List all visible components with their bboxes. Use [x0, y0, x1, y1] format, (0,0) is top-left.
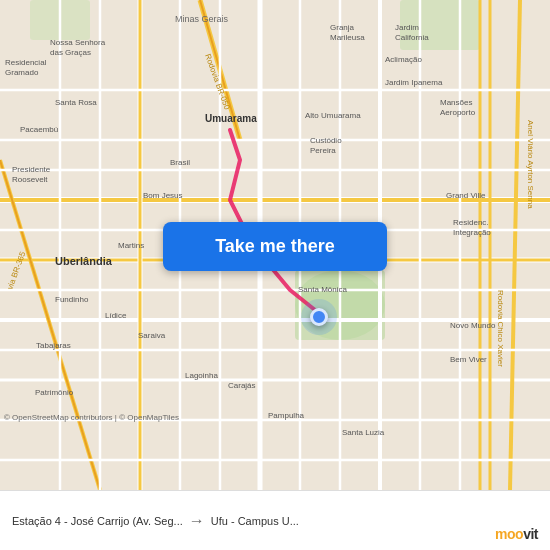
svg-text:Anel Viário Ayrton Senna: Anel Viário Ayrton Senna [526, 120, 535, 209]
svg-text:das Graças: das Graças [50, 48, 91, 57]
to-station: Ufu - Campus U... [211, 515, 299, 527]
svg-text:Patrimônio: Patrimônio [35, 388, 74, 397]
svg-text:Bem Viver: Bem Viver [450, 355, 487, 364]
svg-text:Integração: Integração [453, 228, 491, 237]
svg-text:Brasil: Brasil [170, 158, 190, 167]
bottom-bar: Estação 4 - José Carrijo (Av. Seg... → U… [0, 490, 550, 550]
svg-text:Aclimação: Aclimação [385, 55, 422, 64]
svg-text:Aeroporto: Aeroporto [440, 108, 476, 117]
svg-text:Saraiva: Saraiva [138, 331, 166, 340]
map-attribution: © OpenStreetMap contributors | © OpenMap… [4, 413, 179, 422]
svg-text:Pereira: Pereira [310, 146, 336, 155]
svg-text:Granja: Granja [330, 23, 355, 32]
svg-text:Fundinho: Fundinho [55, 295, 89, 304]
svg-text:Rodovia Chico Xavier: Rodovia Chico Xavier [496, 290, 505, 367]
svg-text:Carajás: Carajás [228, 381, 256, 390]
svg-text:Gramado: Gramado [5, 68, 39, 77]
route-info[interactable]: Estação 4 - José Carrijo (Av. Seg... → U… [12, 512, 538, 530]
svg-text:Alto Umuarama: Alto Umuarama [305, 111, 361, 120]
svg-text:Minas Gerais: Minas Gerais [175, 14, 229, 24]
svg-text:Umuarama: Umuarama [205, 113, 257, 124]
route-arrow-icon: → [189, 512, 205, 530]
svg-text:Martins: Martins [118, 241, 144, 250]
svg-text:Mansões: Mansões [440, 98, 472, 107]
svg-text:Residencial: Residencial [5, 58, 47, 67]
svg-text:Pampulha: Pampulha [268, 411, 305, 420]
svg-text:Lagoinha: Lagoinha [185, 371, 218, 380]
map-container: Minas Gerais Nossa Senhora das Graças Re… [0, 0, 550, 490]
svg-text:Marileusa: Marileusa [330, 33, 365, 42]
svg-text:Jardim: Jardim [395, 23, 419, 32]
svg-text:Nossa Senhora: Nossa Senhora [50, 38, 106, 47]
take-me-there-label: Take me there [215, 236, 335, 257]
svg-text:Novo Mundo: Novo Mundo [450, 321, 496, 330]
svg-text:Bom Jesus: Bom Jesus [143, 191, 183, 200]
user-location-dot [310, 308, 328, 326]
svg-text:Residenc.: Residenc. [453, 218, 489, 227]
svg-text:California: California [395, 33, 429, 42]
svg-text:Santa Luzia: Santa Luzia [342, 428, 385, 437]
moovit-logo: moovit [495, 526, 538, 542]
svg-text:Roosevelt: Roosevelt [12, 175, 48, 184]
from-station: Estação 4 - José Carrijo (Av. Seg... [12, 515, 183, 527]
take-me-there-button[interactable]: Take me there [163, 222, 387, 271]
svg-text:Jardim Ipanema: Jardim Ipanema [385, 78, 443, 87]
svg-text:Lídice: Lídice [105, 311, 127, 320]
svg-text:Uberlândia: Uberlândia [55, 255, 113, 267]
svg-text:Santa Rosa: Santa Rosa [55, 98, 97, 107]
svg-text:Presidente: Presidente [12, 165, 51, 174]
svg-text:Tabajaras: Tabajaras [36, 341, 71, 350]
svg-text:Santa Mônica: Santa Mônica [298, 285, 347, 294]
svg-text:Pacaembú: Pacaembú [20, 125, 58, 134]
svg-text:Grand Ville: Grand Ville [446, 191, 486, 200]
svg-text:Custódio: Custódio [310, 136, 342, 145]
